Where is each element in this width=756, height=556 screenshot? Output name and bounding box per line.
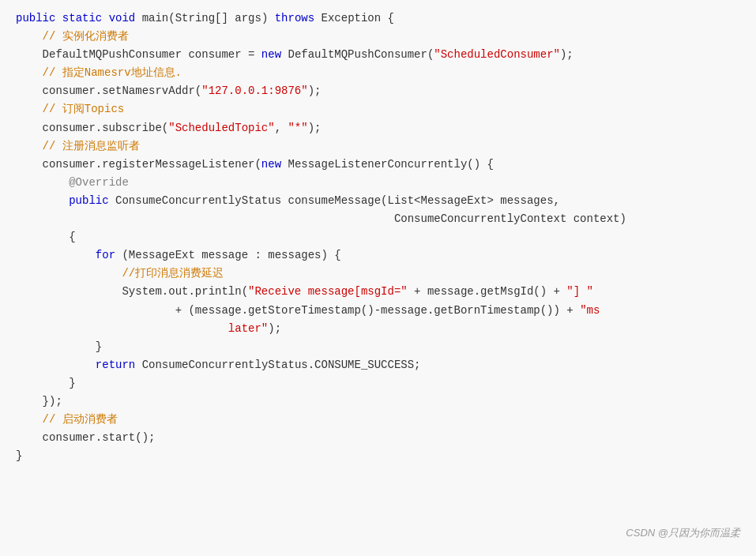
code-block: public static void main(String[] args) t… bbox=[16, 9, 740, 465]
code-container: public static void main(String[] args) t… bbox=[0, 0, 756, 556]
watermark: CSDN @只因为你而温柔 bbox=[626, 525, 740, 542]
